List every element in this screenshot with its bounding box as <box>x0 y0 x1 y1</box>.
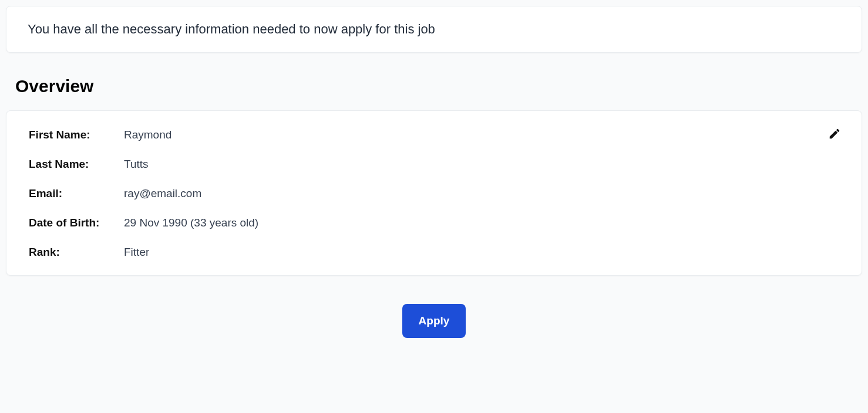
value-last-name: Tutts <box>124 158 149 171</box>
value-dob: 29 Nov 1990 (33 years old) <box>124 216 258 229</box>
row-email: Email: ray@email.com <box>29 187 839 200</box>
label-email: Email: <box>29 187 124 200</box>
value-first-name: Raymond <box>124 128 171 141</box>
banner-message: You have all the necessary information n… <box>28 22 840 37</box>
label-first-name: First Name: <box>29 128 124 141</box>
pencil-icon <box>828 127 841 142</box>
label-last-name: Last Name: <box>29 158 124 171</box>
info-banner: You have all the necessary information n… <box>6 6 862 53</box>
value-email: ray@email.com <box>124 187 201 200</box>
label-rank: Rank: <box>29 246 124 259</box>
edit-button[interactable] <box>825 125 844 144</box>
value-rank: Fitter <box>124 246 149 259</box>
row-first-name: First Name: Raymond <box>29 128 839 141</box>
row-last-name: Last Name: Tutts <box>29 158 839 171</box>
apply-button[interactable]: Apply <box>402 304 466 338</box>
overview-title: Overview <box>15 76 862 96</box>
label-dob: Date of Birth: <box>29 216 124 229</box>
row-rank: Rank: Fitter <box>29 246 839 259</box>
row-dob: Date of Birth: 29 Nov 1990 (33 years old… <box>29 216 839 229</box>
overview-card: First Name: Raymond Last Name: Tutts Ema… <box>6 110 862 276</box>
apply-container: Apply <box>6 304 862 338</box>
